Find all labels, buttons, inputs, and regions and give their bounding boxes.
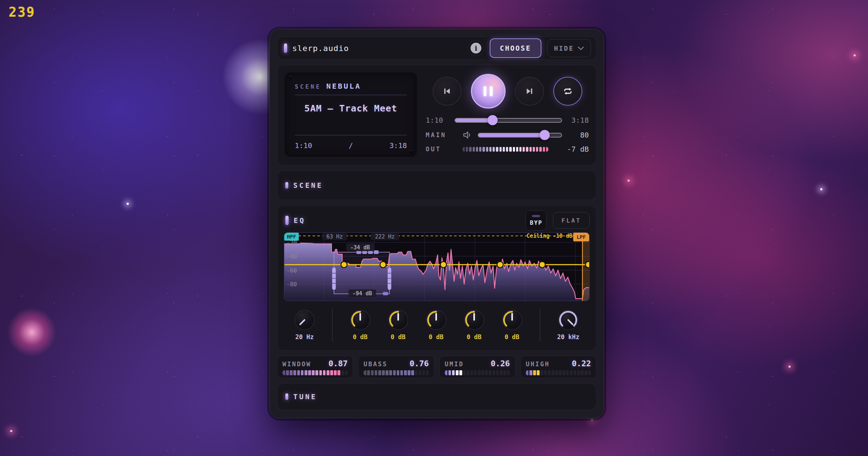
hide-label: HIDE xyxy=(554,45,574,52)
skip-previous-icon xyxy=(442,86,452,96)
meter-segment xyxy=(389,370,392,375)
eq-section: EQ BYP FLAT Ceiling -10 dB63 Hz222 Hz-34… xyxy=(277,205,596,351)
scene-section-header[interactable]: SCENE xyxy=(277,170,596,200)
meter-segment xyxy=(529,370,532,375)
meter-segment xyxy=(386,370,388,375)
uhigh-label: UHIGH xyxy=(526,360,550,368)
knob-gain-2[interactable]: 0 dB xyxy=(388,309,409,341)
meter-segment xyxy=(397,370,400,375)
info-button[interactable]: i xyxy=(468,40,484,56)
meter-segment xyxy=(415,370,418,375)
main-volume-slider[interactable] xyxy=(478,133,562,138)
out-meter-segment xyxy=(513,147,515,152)
meter-segment xyxy=(555,370,558,375)
meter-segment xyxy=(503,370,506,375)
out-meter-segment xyxy=(469,147,471,152)
eq-band-node[interactable] xyxy=(539,262,545,268)
spectrum-fill xyxy=(284,243,589,301)
umid-label: UMID xyxy=(445,360,464,368)
meter-segment xyxy=(305,370,307,375)
out-meter-segment xyxy=(493,147,495,152)
meter-segment xyxy=(371,370,374,375)
knob-gain-4[interactable]: 0 dB xyxy=(464,309,485,341)
meter-segment xyxy=(426,370,429,375)
window-value: 0.87 xyxy=(328,359,348,368)
seek-thumb[interactable] xyxy=(488,115,498,125)
meter-segment xyxy=(363,370,366,375)
band-bottom-handle[interactable] xyxy=(383,292,388,295)
meter-segment xyxy=(481,370,484,375)
scene-section-label: SCENE xyxy=(293,181,323,189)
tune-section-header[interactable]: TUNE xyxy=(277,383,596,410)
accent-pill xyxy=(285,393,288,400)
meter-segment xyxy=(378,370,381,375)
knob-value-label: 20 Hz xyxy=(295,333,314,341)
eq-band-node[interactable] xyxy=(380,262,386,268)
flat-button[interactable]: FLAT xyxy=(553,212,590,229)
pause-button[interactable] xyxy=(471,74,506,109)
main-volume-thumb[interactable] xyxy=(540,130,550,140)
bright-star xyxy=(788,366,791,368)
out-level-value: -7 dB xyxy=(554,145,589,153)
out-meter-segment xyxy=(529,147,532,152)
bypass-button[interactable]: BYP xyxy=(526,210,546,231)
meter-segment xyxy=(507,370,510,375)
meter-segment xyxy=(334,370,337,375)
eq-band-node[interactable] xyxy=(341,262,347,268)
uhigh-meter-bar[interactable] xyxy=(526,370,591,375)
ubass-label: UBASS xyxy=(363,360,387,368)
eq-band-node[interactable] xyxy=(586,262,589,268)
bypass-label: BYP xyxy=(530,219,542,226)
svg-text:HPF: HPF xyxy=(287,234,296,240)
meter-segment xyxy=(496,370,499,375)
knob-lpf-freq[interactable]: 20 kHz xyxy=(557,309,579,341)
knob-dial xyxy=(464,309,485,330)
seek-start-label: 1:10 xyxy=(426,116,449,124)
next-track-button[interactable] xyxy=(515,77,544,106)
knob-gain-5[interactable]: 0 dB xyxy=(502,309,523,341)
svg-text:63 Hz: 63 Hz xyxy=(326,233,342,240)
window-meter-bar[interactable] xyxy=(282,370,348,375)
band-top-handle[interactable] xyxy=(374,250,379,254)
umid-meter-bar[interactable] xyxy=(445,370,510,375)
eq-band-box[interactable] xyxy=(334,252,389,294)
speaker-icon[interactable] xyxy=(463,130,472,140)
meter-segment xyxy=(581,370,584,375)
meter-segment xyxy=(574,370,576,375)
transport-panel: SCENE NEBULA 5AM – Track Meet 1:10 / 3:1… xyxy=(277,65,596,165)
ubass-meter-bar[interactable] xyxy=(363,370,429,375)
meter-segment xyxy=(548,370,551,375)
knob-hpf-freq[interactable]: 20 Hz xyxy=(294,309,315,341)
meter-segment xyxy=(540,370,543,375)
knob-value-label: 0 dB xyxy=(429,333,443,341)
meter-segment xyxy=(312,370,315,375)
track-title: 5AM – Track Meet xyxy=(295,103,407,114)
svg-text:-34 dB: -34 dB xyxy=(350,244,370,251)
accent-pill xyxy=(285,216,289,225)
seek-slider[interactable] xyxy=(455,118,562,123)
loop-button[interactable] xyxy=(553,77,582,106)
out-meter-segment xyxy=(466,147,468,152)
meter-segment xyxy=(375,370,378,375)
svg-text:-94 dB: -94 dB xyxy=(353,290,372,297)
eq-band-node[interactable] xyxy=(497,262,503,268)
meter-segment xyxy=(367,370,370,375)
knob-value-label: 0 dB xyxy=(353,333,367,341)
out-meter-segment xyxy=(486,147,488,152)
out-meter-segment xyxy=(473,147,475,152)
time-separator: / xyxy=(349,141,353,150)
knob-gain-1[interactable]: 0 dB xyxy=(350,309,371,341)
eq-section-label: EQ xyxy=(294,216,306,224)
hide-button[interactable]: HIDE xyxy=(547,39,591,57)
choose-button[interactable]: CHOOSE xyxy=(490,38,541,58)
previous-track-button[interactable] xyxy=(433,77,461,106)
meter-segment xyxy=(552,370,554,375)
eq-spectrum-graph[interactable]: Ceiling -10 dB63 Hz222 Hz-34 dB-94 dB-20… xyxy=(284,232,590,301)
eq-band-node[interactable] xyxy=(441,262,447,268)
chevron-down-icon xyxy=(578,46,584,50)
meter-segment xyxy=(319,370,322,375)
eq-knob-row: 20 Hz 0 dB 0 dB 0 dB xyxy=(284,301,590,346)
out-meter-segment xyxy=(499,147,502,152)
out-meter-label: OUT xyxy=(426,145,457,153)
knob-gain-3[interactable]: 0 dB xyxy=(426,309,447,341)
